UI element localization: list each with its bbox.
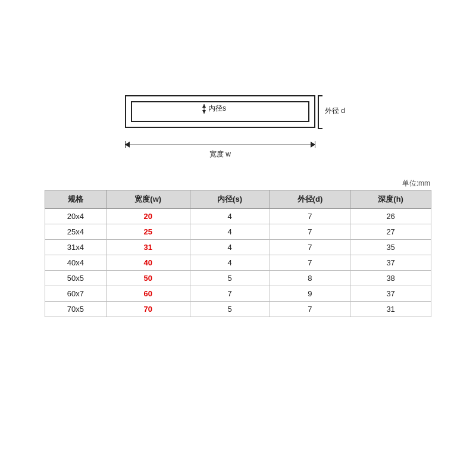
cell-outer: 7 (270, 209, 350, 224)
table-row: 40x4404737 (45, 255, 431, 271)
specs-table: 规格 宽度(w) 内径(s) 外径(d) 深度(h) 20x420472625x… (45, 190, 431, 317)
cell-width: 60 (106, 286, 190, 302)
cell-spec: 50x5 (45, 271, 107, 286)
cell-inner: 4 (190, 209, 270, 224)
cell-inner: 5 (190, 271, 270, 286)
col-header-inner: 内径(s) (190, 190, 270, 209)
cell-inner: 4 (190, 255, 270, 271)
width-label: 宽度 w (209, 149, 231, 159)
outer-d-bracket (318, 95, 322, 129)
cell-width: 70 (106, 302, 190, 317)
svg-marker-2 (202, 110, 206, 114)
cell-outer: 7 (270, 240, 350, 255)
cell-width: 40 (106, 255, 190, 271)
cell-inner: 5 (190, 302, 270, 317)
cell-depth: 38 (350, 271, 431, 286)
outer-d-label: 外径 d (325, 106, 345, 116)
inner-label: 内径s (201, 104, 226, 114)
cell-outer: 9 (270, 286, 350, 302)
unit-label: 单位:mm (45, 178, 431, 189)
table-row: 20x4204726 (45, 209, 431, 224)
table-header: 规格 宽度(w) 内径(s) 外径(d) 深度(h) (45, 190, 431, 209)
cell-spec: 70x5 (45, 302, 107, 317)
cell-inner: 7 (190, 286, 270, 302)
table-row: 25x4254727 (45, 224, 431, 240)
cell-spec: 60x7 (45, 286, 107, 302)
table-row: 31x4314735 (45, 240, 431, 255)
cell-depth: 26 (350, 209, 431, 224)
width-dimension: 宽度 w (125, 140, 315, 152)
cell-outer: 7 (270, 302, 350, 317)
col-header-width: 宽度(w) (106, 190, 190, 209)
cell-width: 25 (106, 224, 190, 240)
cell-spec: 20x4 (45, 209, 107, 224)
table-row: 50x5505838 (45, 271, 431, 286)
cell-width: 31 (106, 240, 190, 255)
cell-inner: 4 (190, 224, 270, 240)
cell-width: 50 (106, 271, 190, 286)
page-wrapper: 内径s 外径 d 宽度 w 单位:mm 规格 宽度(w) 内径 (0, 0, 476, 476)
diagram-area: 内径s 外径 d 宽度 w (113, 83, 363, 161)
cell-depth: 35 (350, 240, 431, 255)
cell-depth: 37 (350, 255, 431, 271)
cell-inner: 4 (190, 240, 270, 255)
inner-arrow-icon (201, 104, 207, 114)
inner-label-text: 内径s (208, 104, 226, 114)
cell-width: 20 (106, 209, 190, 224)
col-header-spec: 规格 (45, 190, 107, 209)
table-row: 70x5705731 (45, 302, 431, 317)
cell-spec: 25x4 (45, 224, 107, 240)
header-row: 规格 宽度(w) 内径(s) 外径(d) 深度(h) (45, 190, 431, 209)
col-header-outer: 外径(d) (270, 190, 350, 209)
cell-depth: 27 (350, 224, 431, 240)
table-container: 单位:mm 规格 宽度(w) 内径(s) 外径(d) 深度(h) 20x4204… (45, 178, 431, 317)
cell-spec: 31x4 (45, 240, 107, 255)
table-body: 20x420472625x425472731x431473540x4404737… (45, 209, 431, 317)
cell-outer: 7 (270, 224, 350, 240)
cell-depth: 31 (350, 302, 431, 317)
svg-marker-1 (202, 104, 206, 108)
cell-spec: 40x4 (45, 255, 107, 271)
cell-depth: 37 (350, 286, 431, 302)
col-header-depth: 深度(h) (350, 190, 431, 209)
cell-outer: 8 (270, 271, 350, 286)
cell-outer: 7 (270, 255, 350, 271)
table-row: 60x7607937 (45, 286, 431, 302)
